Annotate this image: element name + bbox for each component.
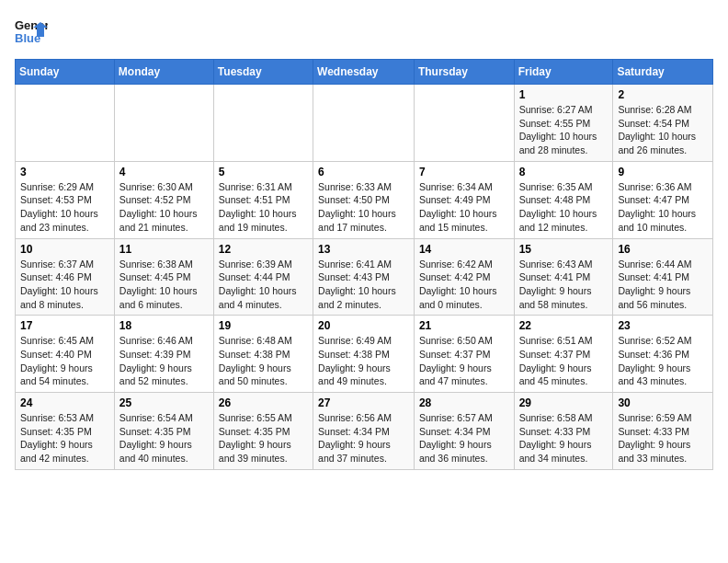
day-info: Sunrise: 6:48 AM Sunset: 4:38 PM Dayligh… — [219, 334, 308, 388]
calendar-header-row: SundayMondayTuesdayWednesdayThursdayFrid… — [16, 60, 713, 85]
day-info: Sunrise: 6:58 AM Sunset: 4:33 PM Dayligh… — [519, 411, 609, 465]
logo: General Blue — [15, 15, 48, 48]
day-info: Sunrise: 6:52 AM Sunset: 4:36 PM Dayligh… — [618, 334, 708, 388]
day-number: 25 — [119, 396, 209, 409]
calendar-day-cell: 27Sunrise: 6:56 AM Sunset: 4:34 PM Dayli… — [313, 393, 415, 470]
day-number: 9 — [618, 166, 708, 178]
day-number: 14 — [419, 243, 509, 256]
day-info: Sunrise: 6:42 AM Sunset: 4:42 PM Dayligh… — [419, 258, 509, 312]
svg-text:Blue: Blue — [15, 31, 40, 45]
logo-icon: General Blue — [15, 15, 48, 48]
calendar-week-row: 3Sunrise: 6:29 AM Sunset: 4:53 PM Daylig… — [16, 161, 713, 238]
day-info: Sunrise: 6:56 AM Sunset: 4:34 PM Dayligh… — [318, 411, 409, 465]
day-of-week-header: Tuesday — [213, 60, 313, 85]
day-info: Sunrise: 6:39 AM Sunset: 4:44 PM Dayligh… — [219, 258, 308, 312]
calendar-day-cell: 8Sunrise: 6:35 AM Sunset: 4:48 PM Daylig… — [514, 161, 613, 238]
day-number: 29 — [519, 396, 609, 409]
day-info: Sunrise: 6:29 AM Sunset: 4:53 PM Dayligh… — [20, 180, 109, 235]
calendar-day-cell: 12Sunrise: 6:39 AM Sunset: 4:44 PM Dayli… — [213, 238, 313, 316]
day-number: 8 — [519, 166, 609, 178]
day-info: Sunrise: 6:33 AM Sunset: 4:50 PM Dayligh… — [318, 180, 409, 235]
calendar-table: SundayMondayTuesdayWednesdayThursdayFrid… — [15, 59, 713, 470]
day-info: Sunrise: 6:41 AM Sunset: 4:43 PM Dayligh… — [318, 258, 409, 312]
calendar-day-cell: 29Sunrise: 6:58 AM Sunset: 4:33 PM Dayli… — [514, 393, 613, 470]
calendar-day-cell: 6Sunrise: 6:33 AM Sunset: 4:50 PM Daylig… — [313, 161, 415, 238]
calendar-day-cell — [16, 85, 115, 162]
calendar-day-cell: 5Sunrise: 6:31 AM Sunset: 4:51 PM Daylig… — [213, 161, 313, 238]
calendar-day-cell: 20Sunrise: 6:49 AM Sunset: 4:38 PM Dayli… — [313, 316, 415, 393]
day-number: 11 — [119, 243, 209, 256]
day-info: Sunrise: 6:59 AM Sunset: 4:33 PM Dayligh… — [618, 411, 708, 465]
day-number: 5 — [219, 166, 308, 178]
calendar-week-row: 17Sunrise: 6:45 AM Sunset: 4:40 PM Dayli… — [16, 316, 713, 393]
calendar-day-cell: 13Sunrise: 6:41 AM Sunset: 4:43 PM Dayli… — [313, 238, 415, 316]
calendar-day-cell: 14Sunrise: 6:42 AM Sunset: 4:42 PM Dayli… — [414, 238, 514, 316]
day-info: Sunrise: 6:30 AM Sunset: 4:52 PM Dayligh… — [119, 180, 209, 235]
day-number: 22 — [519, 319, 609, 332]
day-number: 27 — [318, 396, 409, 409]
day-number: 13 — [318, 243, 409, 256]
calendar-day-cell: 15Sunrise: 6:43 AM Sunset: 4:41 PM Dayli… — [514, 238, 613, 316]
day-info: Sunrise: 6:46 AM Sunset: 4:39 PM Dayligh… — [119, 334, 209, 388]
day-info: Sunrise: 6:54 AM Sunset: 4:35 PM Dayligh… — [119, 411, 209, 465]
day-number: 23 — [618, 319, 708, 332]
calendar-week-row: 1Sunrise: 6:27 AM Sunset: 4:55 PM Daylig… — [16, 85, 713, 162]
day-number: 15 — [519, 243, 609, 256]
day-info: Sunrise: 6:34 AM Sunset: 4:49 PM Dayligh… — [419, 180, 509, 235]
day-number: 19 — [219, 319, 308, 332]
day-number: 20 — [318, 319, 409, 332]
day-of-week-header: Friday — [514, 60, 613, 85]
day-number: 2 — [618, 88, 708, 101]
day-info: Sunrise: 6:53 AM Sunset: 4:35 PM Dayligh… — [20, 411, 109, 465]
day-info: Sunrise: 6:57 AM Sunset: 4:34 PM Dayligh… — [419, 411, 509, 465]
day-number: 6 — [318, 166, 409, 178]
calendar-day-cell — [414, 85, 514, 162]
calendar-day-cell: 23Sunrise: 6:52 AM Sunset: 4:36 PM Dayli… — [613, 316, 713, 393]
calendar-day-cell: 30Sunrise: 6:59 AM Sunset: 4:33 PM Dayli… — [613, 393, 713, 470]
calendar-body: 1Sunrise: 6:27 AM Sunset: 4:55 PM Daylig… — [16, 85, 713, 470]
calendar-day-cell: 10Sunrise: 6:37 AM Sunset: 4:46 PM Dayli… — [16, 238, 115, 316]
day-number: 1 — [519, 88, 609, 101]
day-info: Sunrise: 6:44 AM Sunset: 4:41 PM Dayligh… — [618, 258, 708, 312]
day-number: 28 — [419, 396, 509, 409]
calendar-day-cell: 25Sunrise: 6:54 AM Sunset: 4:35 PM Dayli… — [114, 393, 213, 470]
calendar-day-cell: 18Sunrise: 6:46 AM Sunset: 4:39 PM Dayli… — [114, 316, 213, 393]
calendar-week-row: 24Sunrise: 6:53 AM Sunset: 4:35 PM Dayli… — [16, 393, 713, 470]
calendar-day-cell: 19Sunrise: 6:48 AM Sunset: 4:38 PM Dayli… — [213, 316, 313, 393]
day-info: Sunrise: 6:37 AM Sunset: 4:46 PM Dayligh… — [20, 258, 109, 312]
day-of-week-header: Saturday — [613, 60, 713, 85]
calendar-day-cell: 21Sunrise: 6:50 AM Sunset: 4:37 PM Dayli… — [414, 316, 514, 393]
day-number: 21 — [419, 319, 509, 332]
day-of-week-header: Monday — [114, 60, 213, 85]
calendar-day-cell: 7Sunrise: 6:34 AM Sunset: 4:49 PM Daylig… — [414, 161, 514, 238]
day-number: 30 — [618, 396, 708, 409]
calendar-day-cell: 4Sunrise: 6:30 AM Sunset: 4:52 PM Daylig… — [114, 161, 213, 238]
day-of-week-header: Thursday — [414, 60, 514, 85]
day-number: 24 — [20, 396, 109, 409]
day-info: Sunrise: 6:49 AM Sunset: 4:38 PM Dayligh… — [318, 334, 409, 388]
calendar-day-cell — [213, 85, 313, 162]
day-number: 3 — [20, 166, 109, 178]
day-number: 12 — [219, 243, 308, 256]
day-info: Sunrise: 6:45 AM Sunset: 4:40 PM Dayligh… — [20, 334, 109, 388]
day-number: 10 — [20, 243, 109, 256]
calendar-day-cell: 16Sunrise: 6:44 AM Sunset: 4:41 PM Dayli… — [613, 238, 713, 316]
day-info: Sunrise: 6:38 AM Sunset: 4:45 PM Dayligh… — [119, 258, 209, 312]
calendar-day-cell: 22Sunrise: 6:51 AM Sunset: 4:37 PM Dayli… — [514, 316, 613, 393]
day-number: 7 — [419, 166, 509, 178]
day-number: 18 — [119, 319, 209, 332]
day-of-week-header: Sunday — [16, 60, 115, 85]
day-info: Sunrise: 6:28 AM Sunset: 4:54 PM Dayligh… — [618, 103, 708, 157]
day-info: Sunrise: 6:43 AM Sunset: 4:41 PM Dayligh… — [519, 258, 609, 312]
day-info: Sunrise: 6:55 AM Sunset: 4:35 PM Dayligh… — [219, 411, 308, 465]
day-number: 26 — [219, 396, 308, 409]
day-of-week-header: Wednesday — [313, 60, 415, 85]
page-header: General Blue — [15, 15, 713, 48]
calendar-day-cell — [313, 85, 415, 162]
day-info: Sunrise: 6:51 AM Sunset: 4:37 PM Dayligh… — [519, 334, 609, 388]
calendar-day-cell: 17Sunrise: 6:45 AM Sunset: 4:40 PM Dayli… — [16, 316, 115, 393]
day-info: Sunrise: 6:36 AM Sunset: 4:47 PM Dayligh… — [618, 180, 708, 235]
day-info: Sunrise: 6:31 AM Sunset: 4:51 PM Dayligh… — [219, 180, 308, 235]
calendar-day-cell — [114, 85, 213, 162]
calendar-day-cell: 2Sunrise: 6:28 AM Sunset: 4:54 PM Daylig… — [613, 85, 713, 162]
